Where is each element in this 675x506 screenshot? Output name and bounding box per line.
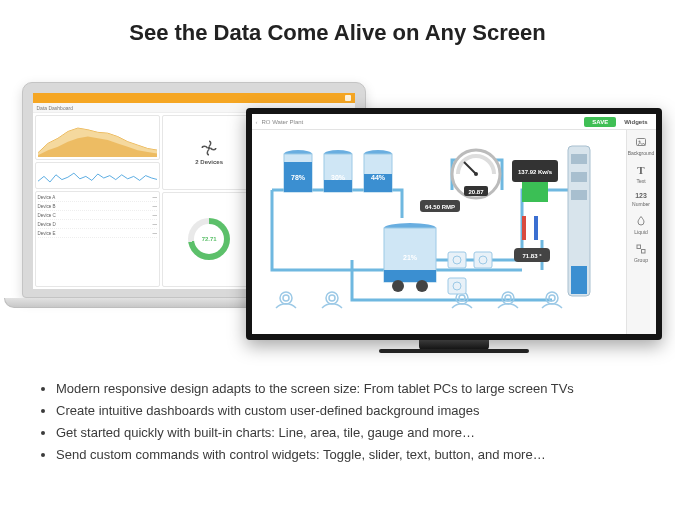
svg-rect-31 [571, 190, 587, 200]
bigtank-value: 21% [402, 254, 417, 261]
svg-text:137.92 Kw/s: 137.92 Kw/s [517, 169, 552, 175]
svg-rect-5 [637, 245, 641, 249]
image-icon [635, 136, 647, 148]
tv-screen: ‹ RO Water Plant SAVE Widgets Background… [252, 114, 656, 334]
svg-point-19 [392, 280, 404, 292]
svg-point-38 [329, 295, 335, 301]
svg-rect-29 [571, 154, 587, 164]
svg-point-35 [280, 292, 292, 304]
tv-mock: ‹ RO Water Plant SAVE Widgets Background… [246, 108, 662, 353]
laptop-app-header [33, 93, 355, 103]
svg-rect-49 [448, 278, 466, 294]
pressure-pill: 64.50 RMP [424, 204, 454, 210]
profile-icon [345, 95, 351, 101]
text-icon: T [637, 164, 644, 176]
svg-point-2 [208, 147, 211, 150]
list-item: Modern responsive design adapts to the s… [56, 378, 659, 400]
svg-rect-6 [642, 250, 646, 254]
fan-icon [200, 139, 218, 157]
sidebar-item-number[interactable]: 123 Number [632, 192, 650, 207]
tank3-value: 44% [370, 174, 385, 181]
widgets-panel-label: Widgets [620, 119, 651, 125]
ring-gauge-value: 72.71 [202, 236, 217, 242]
flow-arrows [524, 216, 536, 240]
temp-value: 71.83 ° [522, 253, 542, 259]
tank1-value: 78% [290, 174, 305, 181]
breadcrumb: RO Water Plant [262, 119, 304, 125]
svg-rect-32 [571, 266, 587, 294]
svg-rect-47 [474, 252, 492, 268]
svg-point-41 [502, 292, 514, 304]
devices-card: 2 Devices [162, 115, 256, 190]
tv-bezel: ‹ RO Water Plant SAVE Widgets Background… [246, 108, 662, 340]
svg-rect-30 [571, 172, 587, 182]
svg-point-20 [416, 280, 428, 292]
sidebar-item-text[interactable]: T Text [636, 164, 645, 184]
list-item: Get started quickly with built-in charts… [56, 422, 659, 444]
list-item: Create intuitive dashboards with custom … [56, 400, 659, 422]
tank2-value: 30% [330, 174, 345, 181]
sidebar-item-group[interactable]: Group [634, 243, 648, 263]
pressure-gauge: 20.87 [452, 150, 500, 198]
membrane-column [568, 146, 590, 296]
tv-toolbar: ‹ RO Water Plant SAVE Widgets [252, 114, 656, 130]
ring-gauge-card: 72.71 [162, 192, 256, 287]
scada-diagram: 78% 30% [252, 130, 626, 334]
droplet-icon [635, 215, 647, 227]
sidebar-item-liquid[interactable]: Liquid [634, 215, 647, 235]
list-item: Send custom commands with control widget… [56, 444, 659, 466]
gauge-reading: 20.87 [468, 189, 484, 195]
hero-stage: Data Dashboard [18, 60, 658, 370]
devices-count: 2 Devices [195, 159, 223, 165]
svg-point-23 [474, 172, 478, 176]
save-button[interactable]: SAVE [584, 117, 616, 127]
number-icon: 123 [635, 192, 647, 199]
feature-bullets: Modern responsive design adapts to the s… [16, 378, 659, 466]
group-icon [635, 243, 647, 255]
sparkline-card [35, 162, 161, 189]
svg-point-37 [326, 292, 338, 304]
svg-rect-12 [324, 180, 352, 192]
page-title: See the Data Come Alive on Any Screen [16, 20, 659, 46]
svg-point-43 [546, 292, 558, 304]
tv-stand-foot [379, 349, 529, 353]
svg-rect-45 [448, 252, 466, 268]
chevron-left-icon[interactable]: ‹ [256, 119, 258, 125]
svg-rect-18 [384, 270, 436, 282]
tv-widgets-sidebar: Background T Text 123 Number Liquid [626, 130, 656, 334]
svg-rect-27 [522, 182, 548, 202]
table-card: Device A— Device B— Device C— Device D— … [35, 191, 161, 287]
svg-point-36 [283, 295, 289, 301]
sidebar-item-background[interactable]: Background [628, 136, 655, 156]
display-panel: 137.92 Kw/s [512, 160, 558, 202]
area-chart-card [35, 115, 161, 160]
